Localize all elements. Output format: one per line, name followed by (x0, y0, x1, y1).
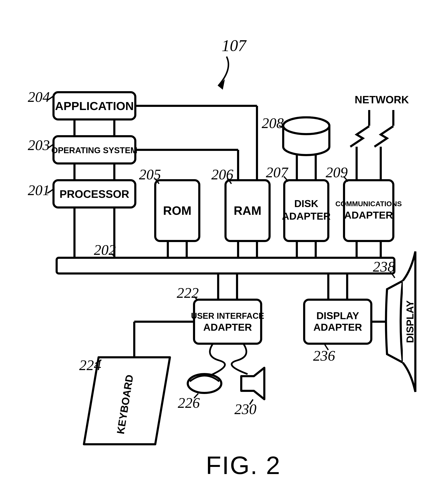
operating-system-ref: 203 (28, 137, 50, 153)
application-label: APPLICATION (55, 99, 134, 113)
disk-ref: 208 (262, 115, 284, 131)
ram-block: RAM (226, 180, 270, 241)
comm-adapter-label-2: ADAPTER (344, 210, 393, 221)
display-adapter-ref: 236 (313, 348, 335, 364)
processor-label: PROCESSOR (60, 188, 129, 200)
application-ref: 204 (28, 89, 50, 105)
bus-ref: 202 (94, 242, 116, 258)
operating-system-block: OPERATING SYSTEM (51, 136, 137, 163)
display-adapter-label-1: DISPLAY (316, 310, 359, 321)
network-label: NETWORK (355, 94, 409, 106)
uia-label-1: USER INTERFACE (191, 311, 264, 320)
mouse-wire (210, 344, 225, 375)
speaker-wire (232, 344, 247, 374)
processor-ref: 201 (28, 182, 50, 198)
application-block: APPLICATION (53, 92, 135, 119)
display-adapter-label-2: ADAPTER (313, 322, 362, 333)
svg-point-25 (283, 117, 329, 134)
network-connection (350, 110, 393, 180)
user-interface-adapter-block: USER INTERFACE ADAPTER (191, 300, 264, 344)
mouse-ref: 226 (178, 395, 200, 411)
disk-icon (283, 117, 329, 155)
svg-point-42 (188, 374, 221, 393)
ram-ref: 206 (212, 166, 233, 182)
display-ref: 238 (373, 258, 395, 275)
operating-system-label: OPERATING SYSTEM (51, 146, 137, 155)
processor-block: PROCESSOR (53, 180, 135, 207)
system-bus (57, 258, 394, 273)
system-block-diagram: 107 APPLICATION 204 OPERATING SYSTEM 203… (0, 0, 425, 504)
display-label: DISPLAY (405, 300, 416, 343)
disk-adapter-block: DISK ADAPTER (282, 180, 331, 241)
display-adapter-block: DISPLAY ADAPTER (304, 300, 371, 344)
figure-ref: 107 (222, 36, 247, 54)
mouse-icon (188, 374, 221, 393)
speaker-ref: 230 (234, 401, 257, 417)
disk-adapter-label-1: DISK (294, 198, 319, 209)
figure-label: FIG. 2 (206, 451, 281, 479)
ram-label: RAM (234, 204, 261, 217)
disk-adapter-label-2: ADAPTER (282, 211, 331, 222)
rom-label: ROM (163, 204, 191, 217)
comm-adapter-block: COMMUNICATIONS ADAPTER (335, 180, 402, 241)
rom-ref: 205 (139, 166, 161, 182)
uia-label-2: ADAPTER (203, 322, 252, 333)
comm-adapter-label-1: COMMUNICATIONS (335, 200, 402, 208)
keyboard-ref: 224 (79, 357, 101, 373)
rom-block: ROM (155, 180, 199, 241)
